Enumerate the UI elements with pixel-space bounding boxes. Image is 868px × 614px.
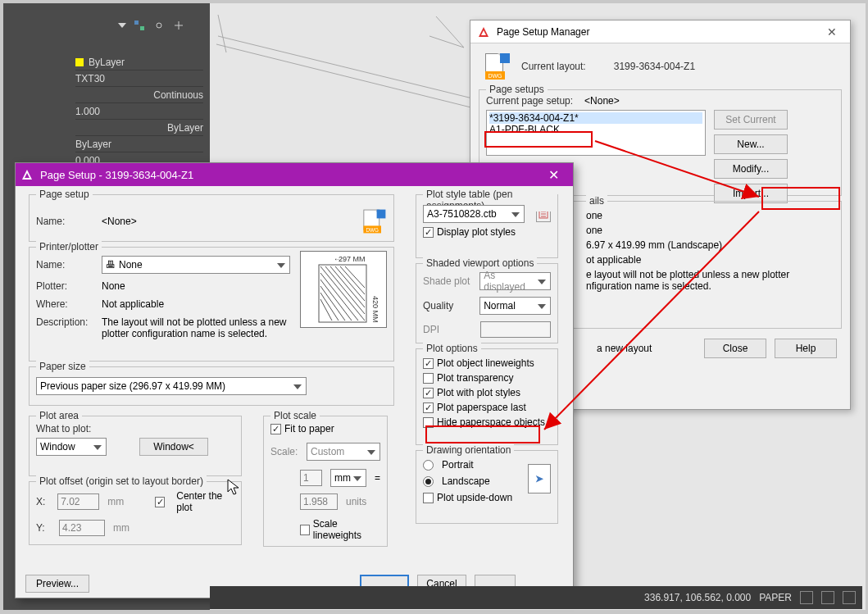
group-title: Page setup bbox=[36, 189, 93, 200]
plot-lineweights-checkbox[interactable] bbox=[423, 358, 434, 369]
help-button[interactable]: Help bbox=[775, 339, 837, 358]
current-layout-label: Current layout: bbox=[521, 61, 586, 72]
upside-down-checkbox[interactable] bbox=[423, 493, 434, 503]
plotter-value: None bbox=[102, 280, 125, 292]
modify-button[interactable]: Modify... bbox=[714, 159, 788, 179]
dwg-icon: DWG bbox=[484, 53, 510, 80]
x-label: X: bbox=[36, 496, 49, 507]
desc-value: The layout will not be plotted unless a … bbox=[102, 316, 298, 339]
plotter-label: Plotter: bbox=[36, 280, 93, 292]
dialog-title: Page Setup - 3199-3634-004-Z1 bbox=[40, 169, 193, 181]
tool-icon[interactable] bbox=[152, 19, 166, 32]
y-unit: mm bbox=[113, 522, 130, 534]
coords: 336.917, 106.562, 0.000 bbox=[644, 592, 751, 603]
unit-select[interactable]: mm bbox=[330, 469, 366, 487]
center-plot-checkbox[interactable] bbox=[155, 497, 165, 507]
po5-label: Hide paperspace objects bbox=[437, 416, 545, 428]
close-button[interactable]: ✕ bbox=[820, 25, 843, 39]
status-icon[interactable] bbox=[843, 591, 856, 604]
what-to-plot-select[interactable]: Window bbox=[36, 438, 107, 456]
svg-text:297 MM: 297 MM bbox=[339, 255, 366, 263]
landscape-radio[interactable] bbox=[423, 476, 434, 487]
name-label: Name: bbox=[36, 216, 93, 227]
dialog-title: Page Setup Manager bbox=[497, 26, 589, 38]
hide-paperspace-checkbox[interactable] bbox=[423, 417, 434, 428]
shade-plot-label: Shade plot bbox=[423, 275, 471, 287]
units-label: units bbox=[346, 496, 366, 507]
detail-row: e layout will not be plotted unless a ne… bbox=[586, 269, 816, 292]
list-item[interactable]: A1-PDF-BLACK bbox=[489, 124, 702, 135]
group-title: Plot offset (origin set to layout border… bbox=[36, 475, 207, 487]
page-setup-dialog: Page Setup - 3199-3634-004-Z1 ✕ Page set… bbox=[15, 162, 574, 598]
plot-styles-checkbox[interactable] bbox=[423, 388, 434, 398]
po2-label: Plot transparency bbox=[437, 372, 513, 384]
plot-paperspace-last-checkbox[interactable] bbox=[423, 403, 434, 413]
dpi-input[interactable] bbox=[480, 321, 551, 338]
fit-to-paper-checkbox[interactable] bbox=[270, 424, 281, 434]
current-setup-value: <None> bbox=[584, 95, 620, 107]
detail-row: one bbox=[586, 225, 834, 236]
display-plot-styles-checkbox[interactable] bbox=[423, 227, 434, 238]
set-current-button[interactable]: Set Current bbox=[714, 110, 788, 130]
layer-value: 1.000 bbox=[75, 106, 100, 117]
color-swatch bbox=[75, 58, 84, 66]
name-value: <None> bbox=[102, 216, 137, 227]
desc-label: Description: bbox=[36, 316, 93, 328]
plotter-select[interactable]: 🖶None bbox=[102, 256, 290, 274]
dpi-label: DPI bbox=[423, 324, 472, 335]
scale-select[interactable]: Custom bbox=[307, 443, 380, 461]
page-setup-listbox[interactable]: *3199-3634-004-Z1* A1-PDF-BLACK bbox=[486, 110, 706, 156]
close-button[interactable]: Close bbox=[704, 339, 766, 358]
quality-label: Quality bbox=[423, 300, 471, 312]
dps-label: Display plot styles bbox=[437, 226, 516, 238]
layer-value: ByLayer bbox=[89, 57, 125, 68]
pst-select[interactable]: A3-7510828.ctb bbox=[423, 205, 525, 223]
status-icon[interactable] bbox=[800, 591, 813, 604]
layer-value: TXT30 bbox=[75, 73, 105, 84]
layer-value: ByLayer bbox=[75, 139, 111, 150]
y-input[interactable]: 4.23 bbox=[59, 520, 105, 536]
svg-text:420 MM: 420 MM bbox=[371, 296, 379, 323]
plot-transparency-checkbox[interactable] bbox=[423, 373, 434, 384]
x-unit: mm bbox=[107, 496, 124, 507]
window-button[interactable]: Window< bbox=[139, 438, 208, 456]
list-item[interactable]: *3199-3634-004-Z1* bbox=[489, 112, 702, 124]
equals: = bbox=[375, 472, 380, 484]
quality-select[interactable]: Normal bbox=[479, 297, 551, 315]
current-layout-value: 3199-3634-004-Z1 bbox=[614, 61, 695, 72]
unit-num-input[interactable]: 1 bbox=[300, 470, 322, 486]
detail-row: one bbox=[586, 210, 834, 221]
x-input[interactable]: 7.02 bbox=[57, 493, 99, 510]
group-title: Page setups bbox=[486, 84, 548, 95]
svg-rect-5 bbox=[134, 20, 139, 25]
scale-lw-checkbox[interactable] bbox=[300, 525, 310, 535]
unit-den-input[interactable]: 1.958 bbox=[300, 493, 338, 510]
scale-lw-label: Scale lineweights bbox=[313, 518, 380, 541]
fit-to-paper-label: Fit to paper bbox=[284, 423, 334, 434]
upside-down-label: Plot upside-down bbox=[437, 492, 512, 503]
tool-icon[interactable] bbox=[172, 19, 185, 32]
autocad-icon bbox=[20, 168, 34, 181]
group-title: ails bbox=[586, 195, 607, 207]
status-bar: 336.917, 106.562, 0.000 PAPER bbox=[210, 586, 862, 609]
portrait-radio[interactable] bbox=[423, 460, 434, 471]
preview-button[interactable]: Preview... bbox=[25, 575, 89, 593]
where-value: Not applicable bbox=[102, 298, 164, 310]
shade-plot-select[interactable]: As displayed bbox=[479, 272, 551, 290]
portrait-label: Portrait bbox=[442, 459, 474, 471]
group-title: Plot options bbox=[423, 343, 481, 354]
group-title: Plot area bbox=[36, 410, 82, 421]
po3-label: Plot with plot styles bbox=[437, 387, 520, 398]
status-icon[interactable] bbox=[821, 591, 834, 604]
po4-label: Plot paperspace last bbox=[437, 402, 526, 413]
paper-size-select[interactable]: Previous paper size (296.97 x 419.99 MM) bbox=[36, 377, 307, 395]
layer-value: ByLayer bbox=[167, 122, 203, 134]
dialog-titlebar[interactable]: Page Setup - 3199-3634-004-Z1 ✕ bbox=[16, 163, 573, 186]
tool-icon[interactable] bbox=[133, 19, 146, 32]
new-button[interactable]: New... bbox=[714, 134, 788, 154]
close-button[interactable]: ✕ bbox=[539, 167, 568, 183]
detail-row: ot applicable bbox=[586, 254, 834, 266]
dropdown-caret-icon[interactable] bbox=[118, 23, 126, 28]
checkbox-label: a new layout bbox=[597, 343, 652, 354]
dialog-titlebar[interactable]: Page Setup Manager ✕ bbox=[470, 20, 850, 43]
